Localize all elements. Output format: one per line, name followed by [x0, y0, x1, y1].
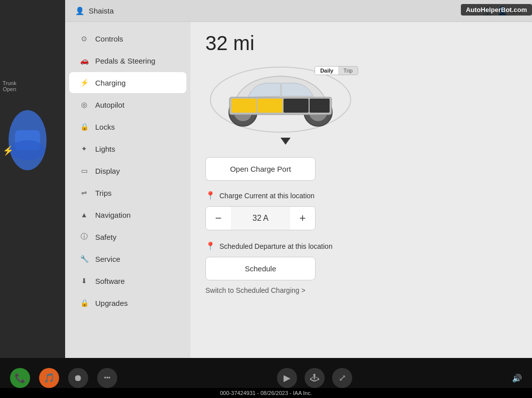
charge-level-arrow: [281, 138, 291, 145]
sidebar-item-locks[interactable]: 🔒 Locks: [69, 116, 186, 137]
expand-icon[interactable]: ⤢: [332, 368, 352, 388]
sidebar-item-upgrades[interactable]: 🔒 Upgrades: [69, 292, 186, 313]
charging-icon: ⚡: [79, 78, 89, 88]
sidebar-item-software[interactable]: ⬇ Software: [69, 270, 186, 291]
battery-tabs: Daily Trip: [315, 66, 358, 75]
trip-tab[interactable]: Trip: [338, 67, 358, 75]
sidebar-item-charging[interactable]: ⚡ Charging: [69, 72, 186, 93]
music-icon[interactable]: 🎵: [39, 368, 59, 388]
navigation-label: Navigation: [95, 211, 131, 219]
content-area: ⊙ Controls 🚗 Pedals & Steering ⚡ Chargin…: [65, 22, 532, 358]
increment-button[interactable]: +: [290, 207, 315, 230]
watermark: AutoHelperBot.com: [461, 4, 532, 16]
display-label: Display: [95, 167, 120, 175]
software-label: Software: [95, 277, 125, 285]
open-charge-port-button[interactable]: Open Charge Port: [205, 157, 316, 181]
lights-icon: ✦: [79, 144, 89, 154]
lights-label: Lights: [95, 145, 115, 153]
volume-icon[interactable]: 🔊: [512, 373, 522, 383]
record-icon[interactable]: ⏺: [68, 368, 88, 388]
navigation-icon: ▲: [79, 210, 89, 220]
bottom-bar: 000-37424931 - 08/26/2023 - IAA Inc.: [0, 388, 532, 398]
dots-icon[interactable]: •••: [97, 368, 117, 388]
svg-point-2: [10, 140, 45, 160]
phone-icon[interactable]: 📞: [10, 368, 30, 388]
schedule-button[interactable]: Schedule: [205, 257, 316, 280]
safety-label: Safety: [95, 233, 117, 241]
sidebar: ⊙ Controls 🚗 Pedals & Steering ⚡ Chargin…: [65, 22, 190, 358]
sidebar-item-autopilot[interactable]: ◎ Autopilot: [69, 94, 186, 115]
sidebar-item-controls[interactable]: ⊙ Controls: [69, 28, 186, 49]
software-icon: ⬇: [79, 276, 89, 286]
locks-icon: 🔒: [79, 122, 89, 132]
play-icon[interactable]: ▶: [277, 368, 297, 388]
svg-rect-11: [284, 99, 309, 113]
autopilot-icon: ◎: [79, 100, 89, 110]
service-icon: 🔧: [79, 254, 89, 264]
display-icon: ▭: [79, 166, 89, 176]
username: Shaista: [89, 7, 114, 15]
trips-icon: ⇌: [79, 188, 89, 198]
charging-panel: 32 mi: [190, 22, 532, 358]
user-info: 👤 Shaista: [75, 7, 114, 16]
svg-rect-10: [257, 99, 283, 113]
charge-location-label: 📍 Charge Current at this location: [205, 191, 517, 200]
scheduled-departure-label: 📍 Scheduled Departure at this location: [205, 241, 517, 251]
pin-icon-2: 📍: [205, 241, 215, 251]
current-control: − 32 A +: [205, 206, 316, 230]
decrement-button[interactable]: −: [206, 207, 231, 230]
controls-icon: ⊙: [79, 34, 89, 44]
taskbar-left: 📞 🎵 ⏺ •••: [10, 368, 117, 388]
controls-label: Controls: [95, 35, 123, 43]
car-silhouette: [5, 100, 50, 180]
sidebar-item-pedals[interactable]: 🚗 Pedals & Steering: [69, 50, 186, 71]
locks-label: Locks: [95, 123, 115, 131]
pedals-icon: 🚗: [79, 56, 89, 66]
upgrades-icon: 🔒: [79, 298, 89, 308]
trips-label: Trips: [95, 189, 112, 197]
taskbar-center: ▶ 🕹 ⤢: [127, 368, 502, 388]
sidebar-item-lights[interactable]: ✦ Lights: [69, 138, 186, 159]
autopilot-label: Autopilot: [95, 101, 124, 109]
pedals-label: Pedals & Steering: [95, 57, 155, 65]
sidebar-item-display[interactable]: ▭ Display: [69, 160, 186, 181]
trunk-status: Trunk Open: [3, 80, 17, 92]
daily-tab[interactable]: Daily: [315, 67, 338, 75]
current-value: 32 A: [231, 207, 290, 230]
pin-icon: 📍: [205, 191, 215, 200]
bottom-bar-text: 000-37424931 - 08/26/2023 - IAA Inc.: [220, 390, 312, 396]
svg-rect-12: [310, 99, 330, 113]
charging-label: Charging: [95, 79, 126, 87]
switch-charging-link[interactable]: Switch to Scheduled Charging >: [205, 286, 517, 294]
safety-icon: ⓘ: [79, 232, 89, 242]
main-screen: 👤 Shaista 🏢 👤 LTE ⊙ Controls 🚗 Pedals & …: [65, 0, 532, 358]
range-display: 32 mi: [205, 32, 517, 55]
service-label: Service: [95, 255, 120, 263]
battery-visualization: Daily Trip: [205, 62, 366, 147]
sidebar-item-service[interactable]: 🔧 Service: [69, 248, 186, 269]
joystick-icon[interactable]: 🕹: [305, 368, 325, 388]
sidebar-item-safety[interactable]: ⓘ Safety: [69, 226, 186, 247]
left-panel: Trunk Open ⚡: [0, 0, 65, 398]
sidebar-item-navigation[interactable]: ▲ Navigation: [69, 204, 186, 225]
upgrades-label: Upgrades: [95, 299, 128, 307]
sidebar-item-trips[interactable]: ⇌ Trips: [69, 182, 186, 203]
user-icon: 👤: [75, 7, 85, 16]
charging-indicator: ⚡: [3, 145, 14, 156]
svg-rect-9: [231, 99, 256, 113]
